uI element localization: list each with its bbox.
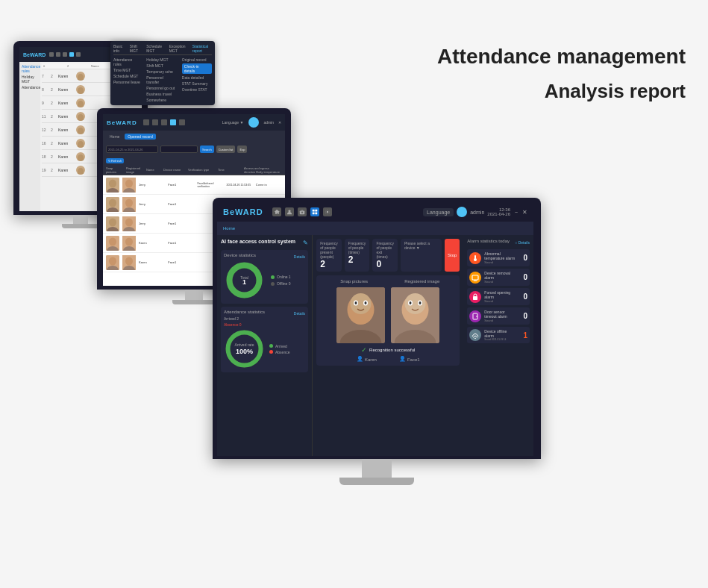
mid-nav-person[interactable] [152, 119, 158, 125]
svg-point-7 [109, 198, 116, 207]
device-stats-details[interactable]: Details [294, 254, 305, 259]
arrived-legend: Arrived [275, 344, 287, 348]
back-logo: BeWARD [23, 52, 46, 57]
custom-btn[interactable]: Custom list [216, 146, 236, 153]
nav-home[interactable] [49, 52, 54, 57]
nav-person-icon[interactable] [285, 207, 294, 216]
svg-rect-36 [315, 212, 317, 214]
menu-holiday[interactable]: Holiday MGT [146, 57, 176, 62]
nav-active-icon[interactable] [310, 207, 319, 216]
nav-active[interactable] [69, 52, 74, 57]
alarm-door: Door sensor timeout alarm Sound 0 [467, 307, 530, 325]
export-btn[interactable]: Exp [237, 146, 247, 153]
freq-present-val: 2 [320, 259, 338, 269]
menu-checkin[interactable]: Check-in details [182, 63, 212, 74]
device-select[interactable]: Please select a device ▼ [401, 239, 442, 272]
menu-schedule[interactable]: Schedule MGT [146, 44, 164, 53]
stop-btn[interactable]: Stop [445, 239, 460, 272]
svg-point-22 [125, 237, 133, 245]
middle-panel: Frequency of people present (people) 2 F… [313, 235, 463, 456]
sidebar-attendance-rules[interactable]: Attendance rules [22, 64, 38, 73]
attend-details[interactable]: Details [294, 311, 305, 316]
main-title: Attendance management [437, 45, 686, 69]
device-stats-section: Device statistics Details Total 1 [221, 250, 308, 304]
alarm-offline-text: Device offline alarm Sound 2021-01-19 14 [484, 329, 516, 341]
front-breadcrumb: Home [217, 222, 533, 235]
nav-settings-icon[interactable] [323, 207, 332, 216]
alarm-details[interactable]: ○ Details [515, 240, 530, 245]
menu-somewhere[interactable]: Somewhere [146, 98, 176, 102]
freq-times-title: Frequency of people (times) [348, 241, 366, 254]
refresh-btn[interactable]: ↻ Refresh [106, 158, 124, 163]
svg-point-10 [125, 198, 133, 207]
absence-label: Absence 0 [224, 322, 242, 327]
attend-legend: Arrived Absence [269, 344, 289, 354]
success-text: Recognition successful [369, 348, 415, 352]
menu-basic[interactable]: Basic info [113, 44, 125, 53]
svg-point-1 [109, 179, 116, 187]
tab-opened[interactable]: Opened record [125, 134, 155, 140]
menu-schedule-mgt2[interactable]: Schedule MGT [113, 74, 140, 78]
mid-lang: Language ▼ [222, 120, 244, 125]
mid-nav-cal[interactable] [161, 119, 167, 125]
svg-point-4 [125, 179, 133, 187]
alarm-device-count: 0 [519, 273, 527, 281]
mid-header: BeWARD Language ▼ admin ✕ [103, 114, 285, 131]
menu-transfer[interactable]: Personnel transfer [146, 75, 176, 84]
mid-nav-active[interactable] [170, 119, 176, 125]
nav-calendar[interactable] [63, 52, 67, 57]
front-minimize[interactable]: － [513, 208, 519, 216]
date-filter[interactable]: 2021-04-25 to 2021-04-26 [106, 146, 158, 153]
snap-section: Snap pictures Registered image [316, 275, 460, 366]
menu-personnel-leave[interactable]: Personnel leave [113, 80, 140, 84]
nav-home-icon[interactable] [272, 207, 281, 216]
mid-nav-settings[interactable] [179, 119, 185, 125]
mid-table-row: Jerry Face1 Face&infrared verification 2… [103, 175, 285, 195]
menu-temp[interactable]: Temporary sche [146, 69, 176, 74]
menu-stat-sum[interactable]: STAT Summary [182, 81, 212, 86]
menu-time-mgt[interactable]: Time MGT [113, 68, 140, 72]
row-device: Face1 [168, 183, 194, 187]
arrived-dot [269, 344, 273, 348]
menu-go-out[interactable]: Personnel go out [146, 86, 176, 90]
front-close[interactable]: ✕ [522, 209, 527, 216]
front-logo: BeWARD [223, 207, 263, 216]
tab-home[interactable]: Home [107, 134, 122, 140]
nav-settings[interactable] [76, 52, 81, 57]
svg-point-48 [351, 293, 372, 314]
alarm-temp-text: Abnormal temperature alarm Sound [484, 251, 516, 264]
front-lang[interactable]: Language [423, 208, 454, 216]
front-header: BeWARD [217, 202, 533, 222]
breadcrumb-home[interactable]: Home [223, 226, 235, 231]
front-time: 12:36 2021-04-26 [487, 207, 510, 216]
svg-rect-63 [474, 255, 476, 259]
svg-point-16 [125, 218, 133, 226]
offline-alarm-icon [469, 329, 481, 341]
search-button[interactable]: Search [200, 146, 214, 153]
menu-overtime[interactable]: Overtime STAT [182, 87, 212, 92]
back-sidebar: Attendance rules Holiday MGT Attendance [19, 62, 40, 211]
name-filter[interactable] [160, 146, 198, 153]
mid-close[interactable]: ✕ [278, 120, 281, 125]
front-avatar [457, 207, 467, 217]
mid-nav-home[interactable] [143, 119, 149, 125]
svg-point-68 [477, 316, 478, 317]
svg-rect-35 [312, 212, 314, 214]
row-name: Jerry [139, 183, 165, 187]
sidebar-attendance[interactable]: Attendance [22, 85, 38, 90]
menu-attendance-rules[interactable]: Attendance rules [113, 57, 140, 66]
svg-point-28 [125, 257, 133, 265]
sidebar-holiday[interactable]: Holiday MGT [22, 75, 38, 84]
menu-data[interactable]: Data detailed [182, 75, 212, 80]
nav-camera-icon[interactable] [298, 207, 307, 216]
menu-shift2[interactable]: Shift MGT [146, 63, 176, 68]
menu-stat[interactable]: Statistical report [192, 44, 212, 53]
svg-point-59 [410, 301, 412, 304]
menu-original[interactable]: Original record [182, 57, 212, 62]
svg-point-37 [326, 211, 328, 213]
menu-exception[interactable]: Exception MGT [169, 44, 188, 53]
menu-shift[interactable]: Shift MGT [130, 44, 142, 53]
ai-edit-icon[interactable]: ✎ [303, 240, 308, 246]
nav-person[interactable] [56, 52, 60, 57]
menu-business[interactable]: Business travel [146, 92, 176, 96]
